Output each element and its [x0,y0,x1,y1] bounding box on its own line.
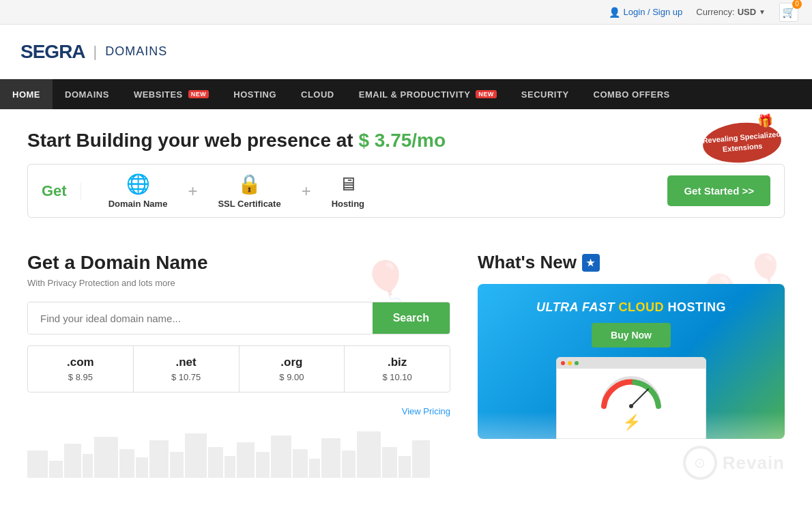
svg-rect-0 [27,451,48,478]
nav-item-email[interactable]: EMAIL & PRODUCTIVITY NEW [347,79,509,109]
nav-label-combo: COMBO OFFERS [594,89,670,100]
combo-hosting-label: Hosting [332,199,364,209]
hero-section: Start Building your web presence at $ 3.… [0,109,812,238]
combo-ssl: 🔒 SSL Certificate [204,173,294,209]
gift-icon: 🎁 [757,112,773,130]
svg-line-23 [631,389,648,406]
nav-item-home[interactable]: HOME [0,79,53,109]
speedometer-chart [597,375,665,410]
search-button[interactable]: Search [373,302,450,334]
svg-rect-3 [83,454,93,478]
browser-dot-red [561,361,565,365]
domain-search-input[interactable] [28,302,373,334]
currency-selector[interactable]: Currency: USD ▼ [696,7,766,17]
svg-rect-17 [321,438,340,478]
logo-domains: DOMAINS [105,44,167,59]
combo-domain: 🌐 Domain Name [95,173,182,209]
svg-rect-21 [398,456,411,478]
tld-com: .com $ 8.95 [28,346,134,392]
search-icon: ⊙ [694,455,706,471]
svg-rect-16 [309,459,320,478]
combo-get-label: Get [42,182,81,200]
browser-bar [557,358,706,369]
revain-logo-circle: ⊙ [683,446,717,480]
banner-cloud-text: CLOUD [618,300,664,314]
tld-biz-price: $ 10.10 [351,372,443,382]
svg-rect-1 [49,461,63,478]
promo-oval: 🎁 Revealing Specialized Extensions [701,119,783,166]
hero-title: Start Building your web presence at $ 3.… [27,130,785,152]
svg-rect-10 [208,447,223,478]
browser-dot-green [575,361,579,365]
logo-segra: SEGRA [20,41,85,63]
svg-rect-7 [149,440,169,478]
nav-item-websites[interactable]: WEBSITES NEW [121,79,221,109]
svg-rect-15 [293,449,308,478]
svg-rect-14 [271,436,291,478]
svg-rect-5 [119,449,134,478]
main-content: 🎈 Get a Domain Name With Privacy Protect… [0,238,812,480]
svg-rect-12 [237,442,255,478]
hero-price: $ 3.75/mo [358,130,446,151]
plus-icon-1: + [181,182,204,201]
get-started-button[interactable]: Get Started >> [667,175,770,206]
svg-rect-9 [185,433,207,478]
cloud-banner-title: ULTRA FAST CLOUD HOSTING [491,300,771,315]
nav-item-domains[interactable]: DOMAINS [53,79,121,109]
nav-item-security[interactable]: SECURITY [509,79,581,109]
svg-rect-6 [136,457,148,478]
svg-rect-13 [256,452,270,478]
tld-net-name: .net [141,356,232,369]
nav-label-domains: DOMAINS [65,89,109,100]
svg-rect-22 [412,440,430,478]
chevron-down-icon: ▼ [759,8,766,16]
globe-icon: 🌐 [126,173,150,195]
lock-icon: 🔒 [237,173,261,195]
nav-label-home: HOME [12,89,40,100]
nav-label-websites: WEBSITES [134,89,183,100]
buy-now-button[interactable]: Buy Now [592,323,671,347]
nav-item-cloud[interactable]: CLOUD [289,79,347,109]
svg-rect-20 [382,447,397,478]
revain-text: Revain [723,453,785,474]
logo[interactable]: SEGRA | DOMAINS [20,41,167,63]
promo-badge: 🎁 Revealing Specialized Extensions [703,123,785,164]
whats-new-title-row: What's New ★ [478,252,785,273]
tld-biz: .biz $ 10.10 [345,346,450,392]
hero-title-text: Start Building your web presence at [27,130,358,151]
login-area[interactable]: 👤 Login / Sign up [609,7,683,18]
domain-search-section: 🎈 Get a Domain Name With Privacy Protect… [27,252,450,480]
main-nav: HOME DOMAINS WEBSITES NEW HOSTING CLOUD … [0,79,812,109]
view-pricing-link[interactable]: View Pricing [27,406,450,416]
combo-domain-label: Domain Name [108,199,168,209]
nav-label-security: SECURITY [521,89,569,100]
login-link[interactable]: Login / Sign up [624,7,683,17]
domain-search-box: Search [27,302,450,334]
svg-rect-4 [94,437,118,478]
top-bar: 👤 Login / Sign up Currency: USD ▼ 🛒 0 [0,0,812,25]
tld-com-price: $ 8.95 [35,372,126,382]
tld-biz-name: .biz [351,356,443,369]
currency-value: USD [738,7,756,17]
revain-watermark: ⊙ Revain [478,446,785,480]
cart-button[interactable]: 🛒 0 [779,3,798,22]
banner-ultra-text: ULTRA FAST [536,300,615,314]
tld-net-price: $ 10.75 [141,372,232,382]
nav-item-hosting[interactable]: HOSTING [221,79,289,109]
tld-org-name: .org [246,356,338,369]
combo-box: Get 🌐 Domain Name + 🔒 SSL Certificate + … [27,164,785,218]
nav-item-combo[interactable]: COMBO OFFERS [581,79,682,109]
svg-rect-19 [357,431,381,478]
svg-rect-2 [64,444,81,478]
browser-dot-yellow [568,361,572,365]
svg-rect-8 [170,452,184,478]
tld-org-price: $ 9.00 [246,372,338,382]
cloud-gradient-bottom [478,412,785,439]
header: SEGRA | DOMAINS [0,25,812,79]
nav-badge-email: NEW [476,90,497,98]
svg-rect-18 [342,451,356,478]
star-badge: ★ [582,254,600,272]
nav-label-hosting: HOSTING [233,89,276,100]
nav-label-cloud: CLOUD [301,89,334,100]
svg-rect-11 [224,456,235,478]
